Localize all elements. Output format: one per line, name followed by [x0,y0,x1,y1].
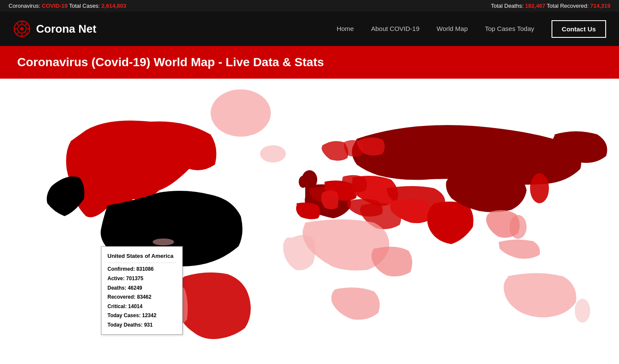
tooltip-active: Active: 701375 [107,274,176,284]
world-map-svg [0,79,619,345]
tooltip-critical: Critical: 14014 [107,302,176,312]
nav-links: Home About COVID-19 World Map Top Cases … [337,20,606,38]
svg-point-12 [211,89,271,137]
ticker-total-cases-value: 2,614,803 [101,3,126,9]
nav-contact-button[interactable]: Contact Us [552,20,606,38]
ticker-total-cases-label: Total Cases: [69,3,100,9]
tooltip-country: United States of America [107,251,176,263]
ticker-recovered-value: 714,319 [590,3,610,9]
logo-icon [13,20,31,38]
ticker-right: Total Deaths: 182,467 Total Recovered: 7… [491,3,610,9]
svg-point-16 [575,299,590,323]
ticker-left: Coronavirus: COVID-19 Total Cases: 2,614… [9,3,126,9]
svg-line-9 [25,23,28,25]
ticker-coronavirus-label: Coronavirus: [9,3,40,9]
country-tooltip: United States of America Confirmed: 8310… [101,246,183,335]
ticker-covid-tag: COVID-19 [42,3,67,9]
ticker-bar: Coronavirus: COVID-19 Total Cases: 2,614… [0,0,619,12]
red-banner: Coronavirus (Covid-19) World Map - Live … [0,46,619,79]
ticker-recovered-label: Total Recovered: [547,3,589,9]
logo: Corona Net [13,20,96,38]
svg-point-19 [153,239,174,245]
ticker-deaths-value: 182,467 [525,3,545,9]
banner-title: Coronavirus (Covid-19) World Map - Live … [17,55,602,69]
nav-home[interactable]: Home [337,25,354,33]
nav-top-cases[interactable]: Top Cases Today [485,25,534,33]
tooltip-deaths: Deaths: 46249 [107,284,176,293]
logo-text: Corona Net [36,22,96,36]
navbar: Corona Net Home About COVID-19 World Map… [0,12,619,46]
tooltip-today-cases: Today Cases: 12342 [107,311,176,321]
svg-line-7 [16,23,18,25]
svg-point-18 [260,145,286,162]
svg-line-10 [16,32,18,34]
svg-point-2 [20,27,24,31]
svg-point-15 [530,173,549,203]
tooltip-confirmed: Confirmed: 831086 [107,265,176,274]
nav-about[interactable]: About COVID-19 [371,25,420,33]
tooltip-recovered: Recovered: 83462 [107,293,176,302]
tooltip-today-deaths: Today Deaths: 931 [107,321,176,330]
svg-line-8 [25,32,28,34]
nav-world-map[interactable]: World Map [437,25,468,33]
ticker-deaths-label: Total Deaths: [491,3,524,9]
map-section[interactable]: United States of America Confirmed: 8310… [0,79,619,345]
svg-point-17 [509,215,527,239]
